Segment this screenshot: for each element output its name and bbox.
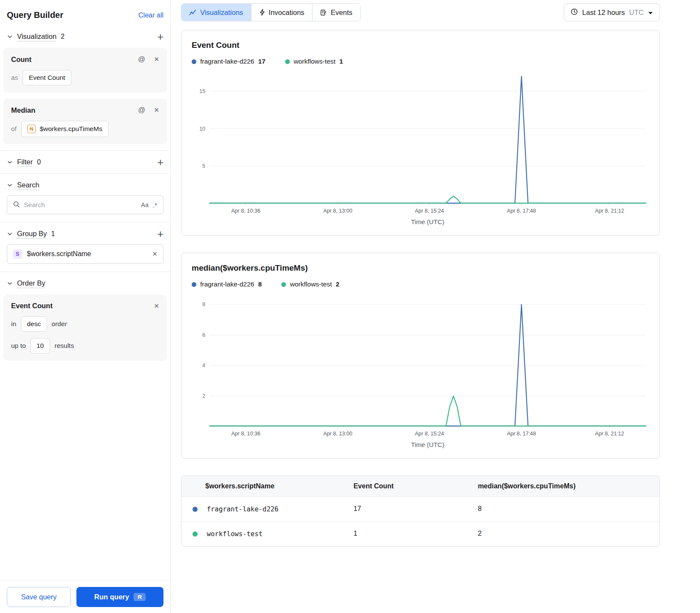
search-section-label: Search: [17, 181, 39, 189]
median-cell: 8: [478, 497, 659, 522]
alias-value: Event Count: [29, 74, 65, 82]
series-dot: [192, 507, 198, 512]
legend-item[interactable]: workflows-test 1: [285, 58, 343, 65]
group-by-count: 1: [51, 230, 55, 238]
group-by-item[interactable]: S $workers.scriptName ✕: [7, 244, 163, 264]
series-dot: [192, 282, 196, 287]
query-builder-panel: Query Builder Clear all Visualization 2 …: [0, 0, 171, 613]
time-range-dropdown[interactable]: Last 12 hours UTC: [564, 3, 660, 21]
sort-direction-field[interactable]: desc: [21, 316, 47, 332]
legend-value: 1: [339, 58, 343, 65]
chart-title: median($workers.cpuTimeMs): [192, 263, 649, 273]
match-case-toggle[interactable]: Aa: [141, 201, 149, 208]
tab-events[interactable]: Events: [312, 4, 360, 21]
svg-text:6: 6: [202, 332, 205, 338]
svg-text:5: 5: [202, 163, 205, 169]
run-query-label: Run query: [94, 593, 129, 601]
add-group-by-button[interactable]: +: [157, 230, 163, 238]
svg-text:Apr 8, 17:48: Apr 8, 17:48: [507, 431, 536, 437]
svg-text:Apr 8, 21:12: Apr 8, 21:12: [595, 208, 624, 214]
visualization-card-median: Median @ ✕ of N $workers.cpuTimeMs: [3, 99, 167, 144]
table-header-event-count: Event Count: [353, 476, 478, 497]
save-query-button[interactable]: Save query: [7, 587, 71, 607]
median-cpu-chart[interactable]: 2468Apr 8, 10:36Apr 8, 13:00Apr 8, 15:24…: [192, 292, 649, 453]
limit-value: 10: [36, 342, 44, 350]
tab-invocations[interactable]: Invocations: [251, 4, 312, 21]
median-function-label[interactable]: Median: [11, 106, 138, 114]
group-by-section-header[interactable]: Group By 1 +: [0, 224, 170, 243]
legend-value: 2: [335, 280, 339, 288]
visualization-count: 2: [61, 33, 64, 41]
limit-field[interactable]: 10: [30, 338, 50, 353]
remove-group-by-button[interactable]: ✕: [152, 250, 158, 258]
chevron-down-icon: [7, 231, 13, 237]
legend-item[interactable]: fragrant-lake-d226 8: [192, 280, 262, 288]
chart-line-icon: [189, 9, 196, 16]
run-query-button[interactable]: Run query R: [76, 587, 163, 607]
event-count-chart[interactable]: 51015Apr 8, 10:36Apr 8, 13:00Apr 8, 15:2…: [192, 70, 649, 230]
group-by-section-label: Group By: [17, 230, 47, 238]
section-divider: [0, 150, 170, 151]
tab-label: Events: [331, 9, 352, 17]
series-dot: [192, 59, 196, 64]
table-header-median: median($workers.cpuTimeMs): [478, 476, 659, 497]
script-name-cell: workflows-test: [207, 530, 262, 538]
svg-text:15: 15: [199, 88, 205, 94]
chevron-down-icon: [7, 34, 13, 40]
event-count-cell: 17: [353, 497, 478, 522]
event-count-alias-field[interactable]: Event Count: [23, 70, 71, 85]
search-input[interactable]: [24, 201, 137, 209]
search-box: Aa .*: [7, 196, 163, 214]
visualization-card-count: Count @ ✕ as Event Count: [3, 48, 167, 93]
tab-visualizations[interactable]: Visualizations: [181, 4, 251, 21]
chevron-down-icon: [7, 182, 13, 188]
order-by-section-header[interactable]: Order By: [0, 274, 170, 293]
mention-icon[interactable]: @: [138, 106, 145, 114]
median-field-selector[interactable]: N $workers.cpuTimeMs: [21, 121, 108, 137]
query-builder-title: Query Builder: [7, 10, 63, 20]
svg-text:Apr 8, 15:24: Apr 8, 15:24: [415, 208, 444, 214]
legend-item[interactable]: fragrant-lake-d226 17: [192, 58, 265, 65]
visualization-section-header[interactable]: Visualization 2 +: [0, 27, 170, 46]
median-cell: 2: [478, 521, 659, 546]
median-field-value: $workers.cpuTimeMs: [40, 125, 102, 133]
up-to-label: up to: [11, 342, 26, 350]
count-function-label[interactable]: Count: [11, 55, 138, 64]
legend-item[interactable]: workflows-test 2: [281, 280, 339, 288]
lightning-icon: [259, 9, 265, 16]
of-label: of: [11, 125, 17, 133]
svg-text:Time (UTC): Time (UTC): [411, 441, 444, 448]
add-filter-button[interactable]: +: [157, 158, 163, 166]
search-icon: [13, 201, 20, 210]
svg-text:8: 8: [202, 301, 205, 307]
legend-name: fragrant-lake-d226: [200, 280, 254, 288]
svg-text:4: 4: [202, 362, 205, 368]
clear-all-link[interactable]: Clear all: [138, 12, 163, 19]
search-section-header[interactable]: Search: [0, 175, 170, 195]
remove-count-button[interactable]: ✕: [154, 55, 159, 63]
chevron-down-icon: [648, 9, 653, 17]
mention-icon[interactable]: @: [138, 55, 145, 64]
add-visualization-button[interactable]: +: [157, 33, 163, 41]
sort-direction-value: desc: [27, 320, 41, 328]
filter-section-header[interactable]: Filter 0 +: [0, 152, 170, 172]
table-row[interactable]: workflows-test 1 2: [181, 521, 659, 546]
order-by-field-label[interactable]: Event Count: [11, 302, 154, 310]
remove-median-button[interactable]: ✕: [154, 106, 159, 114]
events-icon: [320, 9, 327, 16]
section-divider: [0, 173, 170, 174]
svg-text:Apr 8, 13:00: Apr 8, 13:00: [323, 431, 352, 437]
main-content: Visualizations Invocations Events: [171, 0, 700, 613]
filter-section-label: Filter: [17, 158, 33, 166]
table-row[interactable]: fragrant-lake-d226 17 8: [181, 497, 659, 522]
remove-order-by-button[interactable]: ✕: [154, 302, 159, 310]
view-tabs: Visualizations Invocations Events: [181, 3, 361, 21]
table-header-scriptname: $workers.scriptName: [181, 476, 353, 497]
legend-name: fragrant-lake-d226: [200, 58, 254, 65]
table-header-row: $workers.scriptName Event Count median($…: [181, 476, 659, 497]
median-cpu-chart-card: median($workers.cpuTimeMs) fragrant-lake…: [181, 253, 660, 458]
chevron-down-icon: [7, 159, 13, 165]
tab-label: Visualizations: [200, 9, 243, 17]
regex-toggle[interactable]: .*: [152, 201, 158, 209]
topbar: Visualizations Invocations Events: [181, 3, 660, 21]
